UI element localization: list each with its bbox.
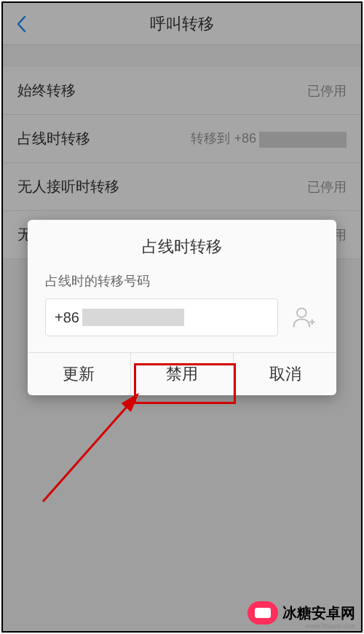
update-button[interactable]: 更新 <box>28 353 131 395</box>
watermark-icon <box>248 601 278 625</box>
button-label: 取消 <box>269 363 301 385</box>
busy-forward-dialog: 占线时转移 占线时的转移号码 +86 更新 禁用 取 <box>28 220 336 395</box>
disable-button[interactable]: 禁用 <box>131 353 234 395</box>
dialog-button-row: 更新 禁用 取消 <box>28 352 336 395</box>
dialog-field-label: 占线时的转移号码 <box>28 268 336 298</box>
phone-prefix: +86 <box>55 309 79 326</box>
cancel-button[interactable]: 取消 <box>234 353 336 395</box>
button-label: 更新 <box>63 363 95 385</box>
watermark-url: www.btxazw.com <box>305 622 355 630</box>
watermark-text: 冰糖安卓网 <box>282 603 355 623</box>
phone-screen: 呼叫转移 始终转移 已停用 占线时转移 转移到 +86 无人接听时转移 已停用 … <box>1 1 363 633</box>
dialog-title: 占线时转移 <box>28 220 336 268</box>
add-contact-icon[interactable] <box>288 302 319 333</box>
phone-input[interactable]: +86 <box>45 298 278 336</box>
redacted-number <box>82 309 184 326</box>
phone-input-row: +86 <box>28 298 336 352</box>
svg-point-0 <box>297 308 306 317</box>
button-label: 禁用 <box>166 363 198 385</box>
watermark: 冰糖安卓网 www.btxazw.com <box>186 595 361 631</box>
